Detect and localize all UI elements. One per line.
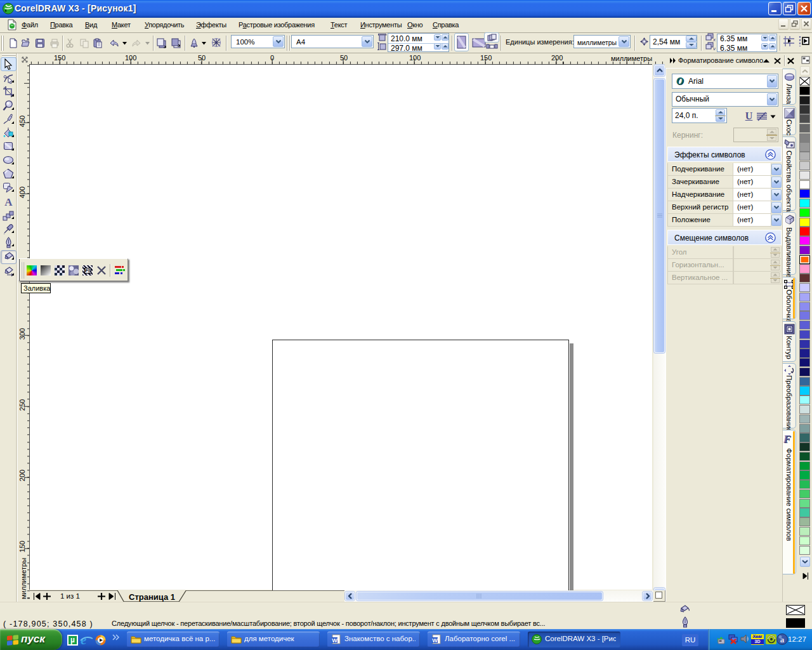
svg-text:a: a <box>780 635 785 644</box>
